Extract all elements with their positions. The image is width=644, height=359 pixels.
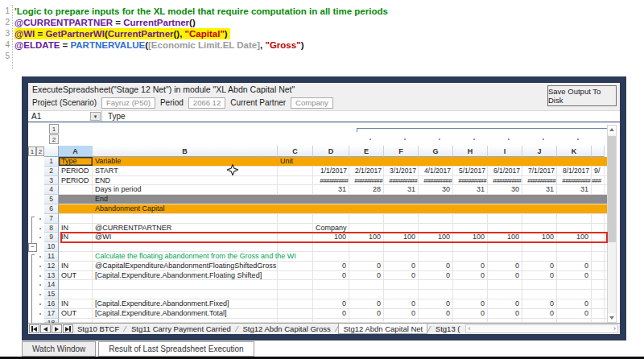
sheet-cell[interactable] <box>313 204 349 213</box>
sheet-cell[interactable]: 0 <box>453 309 488 318</box>
column-header-D[interactable]: D <box>313 146 349 157</box>
sheet-cell[interactable] <box>453 214 488 223</box>
sheet-cell[interactable]: 31 <box>522 185 557 194</box>
sheet-cell[interactable]: 4/1/2017 <box>419 167 453 175</box>
sheet-cell[interactable] <box>349 319 384 322</box>
sheet-cell[interactable] <box>592 204 605 213</box>
sheet-cell[interactable] <box>557 252 592 261</box>
column-header-C[interactable]: C <box>278 146 313 157</box>
sheet-cell[interactable]: 100 <box>557 233 592 241</box>
column-outline-level-1-button[interactable]: 1 <box>49 124 59 134</box>
sheet-cell[interactable] <box>349 290 384 299</box>
row-header-17[interactable]: 17 <box>44 309 59 319</box>
sheet-cell[interactable]: 0 <box>557 309 592 318</box>
sheet-cell[interactable] <box>384 214 419 223</box>
sheet-cell[interactable] <box>278 185 313 194</box>
row-header-16[interactable]: 16 <box>44 299 59 309</box>
sheet-cell[interactable]: Variable <box>93 157 278 166</box>
column-header-B[interactable]: B <box>93 146 278 157</box>
sheet-cell[interactable]: 5/1/2017 <box>453 167 488 175</box>
chevron-down-icon[interactable]: ▼ <box>90 112 101 121</box>
row-header-14[interactable]: 14 <box>44 280 59 290</box>
sheet-cell[interactable] <box>488 157 522 166</box>
sheet-cell[interactable]: @CapitalExpenditureAbandonmentFloatingSh… <box>93 262 278 270</box>
sheet-cell[interactable]: 0 <box>522 262 557 270</box>
period-field[interactable]: 2066 12 <box>188 97 225 109</box>
scroll-left-icon[interactable]: ‹ <box>468 325 470 332</box>
sheet-cell[interactable] <box>557 242 592 251</box>
row-header-15[interactable]: 15 <box>44 290 59 299</box>
column-header-I[interactable]: I <box>488 146 522 157</box>
sheet-cell[interactable]: IN <box>59 233 93 241</box>
sheet-cell[interactable] <box>522 204 557 213</box>
row-header-12[interactable]: 12 <box>44 262 59 271</box>
collapse-group-button[interactable] <box>28 242 36 252</box>
scroll-down-icon[interactable] <box>608 313 616 322</box>
sheet-cell[interactable]: 100 <box>522 233 557 241</box>
scroll-up-icon[interactable] <box>608 126 616 134</box>
sheet-cell[interactable] <box>278 299 313 308</box>
sheet-cell[interactable] <box>557 195 592 204</box>
sheet-cell[interactable]: 0 <box>384 262 419 270</box>
row-header-3[interactable]: 3 <box>44 176 59 186</box>
sheet-cell[interactable] <box>313 242 349 251</box>
sheet-cell[interactable]: [Capital.Expenditure.Abandonment.Fixed] <box>93 299 278 308</box>
sheet-cell[interactable] <box>349 157 384 166</box>
sheet-cell[interactable] <box>313 280 349 289</box>
sheet-cell[interactable] <box>488 214 522 223</box>
sheet-cell[interactable] <box>349 204 384 213</box>
column-header-partial[interactable] <box>592 146 605 157</box>
sheet-cell[interactable]: 0 <box>349 309 384 318</box>
vertical-scroll-thumb[interactable] <box>608 136 616 242</box>
first-sheet-button[interactable] <box>29 324 39 333</box>
next-sheet-button[interactable] <box>52 324 62 333</box>
sheet-cell[interactable] <box>59 252 93 261</box>
sheet-cell[interactable]: 0 <box>419 271 453 280</box>
sheet-cell[interactable] <box>592 233 605 241</box>
sheet-cell[interactable] <box>278 204 313 213</box>
sheet-cell[interactable]: 100 <box>488 233 522 241</box>
sheet-cell[interactable] <box>453 290 488 299</box>
save-output-button[interactable]: Save Output To Disk <box>547 85 617 106</box>
sheet-cell[interactable] <box>59 319 93 322</box>
sheet-cell[interactable]: 31 <box>313 185 349 194</box>
sheet-cell[interactable] <box>93 242 278 251</box>
sheet-cell[interactable]: 31 <box>384 185 419 194</box>
sheet-cell[interactable]: 0 <box>313 271 349 280</box>
sheet-cell[interactable]: 30 <box>488 185 522 194</box>
sheet-cell[interactable] <box>278 233 313 241</box>
row-header-1[interactable]: 1 <box>44 157 59 167</box>
sheet-cell[interactable] <box>592 214 605 223</box>
sheet-cell[interactable] <box>278 262 313 270</box>
sheet-cell[interactable] <box>313 214 349 223</box>
sheet-cell[interactable]: 0 <box>384 299 419 308</box>
sheet-cell[interactable]: ######### <box>419 176 453 185</box>
sheet-cell[interactable]: Unit <box>278 157 313 166</box>
sheet-cell[interactable] <box>522 319 557 322</box>
sheet-cell[interactable] <box>59 185 93 194</box>
sheet-cell[interactable] <box>278 309 313 318</box>
sheet-cell[interactable]: Abandonment Capital <box>93 204 278 213</box>
sheet-cell[interactable] <box>522 195 557 204</box>
sheet-cell[interactable]: 8/1/2017 <box>557 167 592 175</box>
sheet-cell[interactable]: 100 <box>313 233 349 241</box>
sheet-cell[interactable]: @CURRENTPARTNER <box>93 224 278 233</box>
sheet-cell[interactable]: [Capital.Expenditure.Abandonment.Floatin… <box>93 271 278 280</box>
row-outline-level-1-button[interactable]: 1 <box>28 146 36 156</box>
sheet-cell[interactable]: 0 <box>349 262 384 270</box>
row-header-8[interactable]: 8 <box>44 224 59 233</box>
sheet-cell[interactable]: 1/1/2017 <box>313 167 349 175</box>
row-header-10[interactable]: 10 <box>44 242 59 252</box>
column-header-G[interactable]: G <box>419 146 453 157</box>
sheet-cell[interactable] <box>278 214 313 223</box>
sheet-cell[interactable] <box>592 262 605 270</box>
sheet-cell[interactable]: 0 <box>488 262 522 270</box>
column-outline-level-2-button[interactable]: 2 <box>49 134 59 144</box>
sheet-cell[interactable]: 0 <box>313 262 349 270</box>
sheet-cell[interactable]: 100 <box>349 233 384 241</box>
sheet-cell[interactable]: 0 <box>453 271 488 280</box>
sheet-cell[interactable]: OUT <box>59 309 93 318</box>
sheet-cell[interactable] <box>557 204 592 213</box>
column-header-J[interactable]: J <box>522 146 557 157</box>
column-header-E[interactable]: E <box>349 146 384 157</box>
